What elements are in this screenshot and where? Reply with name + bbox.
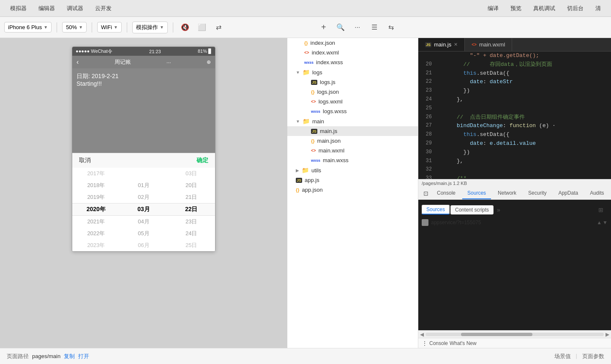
toolbar-simulator[interactable]: 模拟器 [4,3,33,14]
add-btn[interactable]: + [317,21,330,34]
h-scroll-thumb[interactable] [461,333,532,336]
tree-item-index-wxml[interactable]: <> index.wxml [287,48,418,57]
tree-item-main-json[interactable]: {} main.json [287,136,418,146]
confirm-btn[interactable]: 确定 [196,157,208,164]
copy-link[interactable]: 复制 [64,353,75,360]
line-number: 21 [422,69,437,77]
picker-day-1: 20日 [167,179,215,191]
tree-folder-main[interactable]: ▼ 📁 main [287,116,418,126]
tree-folder-utils[interactable]: ▶ 📁 utils [287,165,418,175]
back-icon[interactable]: ‹ [76,58,79,66]
h-scrollbar: ◀ ▶ [418,330,611,338]
phone-content: 日期: 2019-2-21 Starting!!! [72,68,215,153]
line-number: 33 [422,174,437,179]
tab-main-wxml[interactable]: <> main.wxml [465,38,512,51]
picker-row-1: 2018年 01月 20日 [72,179,215,191]
line-content: this.setData({ [437,130,510,139]
tree-item-logs-wxml[interactable]: <> logs.wxml [287,97,418,106]
separator-1 [57,22,57,33]
picker-day-2: 21日 [167,191,215,203]
search-btn[interactable]: 🔍 [334,21,347,34]
line-content: "-" + date.getDate(); [437,52,539,60]
network-value: WiFi [101,24,112,30]
picker-row-2: 2019年 02月 21日 [72,191,215,203]
tree-item-app-js[interactable]: JS app.js [287,175,418,185]
code-line-32: 32 [418,166,611,174]
device-select[interactable]: iPhone 6 Plus ▼ [4,22,52,33]
nav-share-icon[interactable]: ⊕ [207,59,211,65]
tab-audits[interactable]: Audits [585,187,609,199]
file-path-status: /pages/main.js 1.2 KB [422,181,467,186]
network-select[interactable]: WiFi ▼ [97,22,122,33]
mode-select[interactable]: 模拟操作 ▼ [132,22,168,33]
scroll-up-icon[interactable]: ▲ [597,220,602,225]
toolbar-compile[interactable]: 编译 [482,3,505,14]
toolbar-editor[interactable]: 编辑器 [33,3,61,14]
toolbar-cloud[interactable]: 云开发 [89,3,117,14]
zoom-select[interactable]: 50% ▼ [62,22,87,33]
file-name-main-js: main.js [320,128,337,134]
toolbar-clear[interactable]: 清 [589,3,607,14]
screen-btn[interactable]: ⬜ [195,21,209,34]
tree-item-index-wxss[interactable]: wxss index.wxss [287,57,418,67]
line-content: this.setData({ [437,69,510,78]
sub-tab-content-scripts[interactable]: Content scripts [450,205,494,215]
tab-main-js[interactable]: JS main.js ✕ [418,38,465,51]
bottom-right: 场景值 | 页面参数 [554,353,604,360]
tab-security[interactable]: Security [523,187,551,199]
scroll-right-icon[interactable]: ▶ [606,331,609,337]
tab-console[interactable]: Console [432,187,461,199]
line-number: 25 [422,104,437,112]
toolbar-background[interactable]: 切后台 [561,3,589,14]
tree-item-logs-js[interactable]: JS logs.js [287,77,418,87]
tree-item-main-wxss[interactable]: wxss main.wxss [287,155,418,165]
file-name: logs.wxss [323,108,346,114]
tree-item-app-json[interactable]: {} app.json [287,185,418,195]
line-content: // 存回data，以渲染到页面 [437,60,552,69]
url-scroll-arrows: ▲ ▼ [597,220,608,225]
toolbar-preview[interactable]: 预览 [505,3,527,14]
bottom-sep: | [576,353,577,360]
code-line-22: 22 date: dateStr [418,78,611,87]
code-line-26: 26 // 点击日期组件确定事件 [418,113,611,122]
picker-day-6: 25日 [167,239,215,251]
tab-sources[interactable]: Sources [462,187,491,199]
split-btn[interactable]: ⇆ [385,21,398,34]
tab-js-icon: JS [425,42,431,47]
nav-more-icon[interactable]: ··· [166,59,171,65]
console-bar: ⋮ Console What's New [418,338,611,348]
tree-item-main-wxml[interactable]: <> main.wxml [287,146,418,155]
code-editor-area[interactable]: "-" + date.getDate(); 20 // 存回data，以渲染到页… [418,52,611,179]
list-btn[interactable]: ☰ [368,21,381,34]
cancel-btn[interactable]: 取消 [79,157,91,164]
mute-btn[interactable]: 🔇 [178,21,192,34]
picker-row-selected: 2020年 03月 22日 [72,203,215,216]
line-number: 26 [422,113,437,121]
toolbar-debugger[interactable]: 调试器 [61,3,89,14]
code-panel: JS main.js ✕ <> main.wxml "-" + date.get… [418,38,611,348]
picker-day-sel: 22日 [167,204,215,215]
devtools-layout-icon[interactable]: ⊞ [594,203,608,217]
tab-appdata[interactable]: AppData [553,187,583,199]
devtools-content: Sources Content scripts » ⊞ appservice/?… [418,200,611,331]
zoom-value: 50% [66,24,77,30]
line-content: // 点击日期组件确定事件 [437,113,525,122]
tree-item-main-js[interactable]: JS main.js [287,126,418,136]
rotate-btn[interactable]: ⇄ [212,21,226,34]
sub-tab-more[interactable]: » [494,205,503,215]
tree-item-index-json[interactable]: {} index.json [287,38,418,48]
tab-close-btn[interactable]: ✕ [454,42,458,47]
tree-folder-logs[interactable]: ▼ 📁 logs [287,67,418,77]
file-name: index.wxml [312,49,339,56]
tree-item-logs-wxss[interactable]: wxss logs.wxss [287,106,418,116]
more-btn[interactable]: ··· [351,21,364,34]
tab-network[interactable]: Network [493,187,521,199]
open-link[interactable]: 打开 [78,353,89,360]
scroll-down-icon[interactable]: ▼ [603,220,608,225]
devtools-cursor-icon[interactable]: ⊡ [422,187,430,199]
console-menu-icon[interactable]: ⋮ [422,340,428,347]
tree-item-logs-json[interactable]: {} logs.json [287,87,418,97]
sub-tab-sources[interactable]: Sources [422,205,450,215]
scroll-left-icon[interactable]: ◀ [420,331,424,337]
toolbar-device-debug[interactable]: 真机调试 [527,3,561,14]
